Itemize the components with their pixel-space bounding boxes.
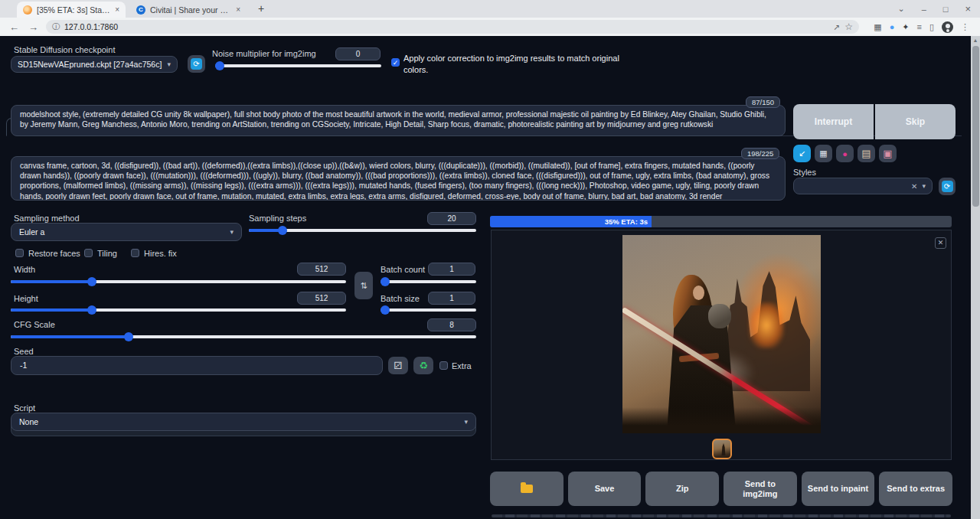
cfg-scale-slider[interactable] — [11, 335, 476, 338]
gallery-thumbnail[interactable] — [712, 439, 732, 459]
slider-knob[interactable] — [215, 61, 224, 70]
window-maximize-icon[interactable]: □ — [943, 5, 949, 14]
save-style-icon[interactable]: ▣ — [879, 145, 897, 162]
scroll-up-icon[interactable]: ▲ — [971, 36, 980, 43]
prompt-textarea[interactable]: modelshoot style, (extremely detailed CG… — [11, 105, 786, 136]
extra-seed-checkbox[interactable] — [439, 361, 448, 370]
styles-dropdown[interactable]: ✕ ▾ — [793, 178, 933, 194]
slider-knob[interactable] — [381, 277, 390, 286]
send-to-inpaint-button[interactable]: Send to inpaint — [802, 472, 875, 506]
save-button[interactable]: Save — [568, 472, 642, 506]
close-image-icon[interactable]: ✕ — [935, 237, 946, 249]
site-info-icon[interactable]: ⓘ — [52, 21, 60, 32]
script-dropdown[interactable]: None ▾ — [11, 413, 476, 431]
share-icon[interactable]: ↗ — [833, 22, 840, 31]
width-slider[interactable] — [11, 280, 346, 283]
slider-knob[interactable] — [278, 226, 287, 235]
checkpoint-refresh-button[interactable]: ⟳ — [188, 55, 205, 73]
forward-icon[interactable]: → — [28, 21, 38, 33]
open-folder-button[interactable] — [490, 472, 564, 506]
tiling-checkbox[interactable] — [84, 249, 93, 257]
reading-list-icon[interactable]: ≡ — [917, 22, 922, 31]
side-panel-icon[interactable]: ▯ — [929, 22, 934, 32]
height-slider[interactable] — [11, 308, 346, 312]
chevron-down-icon: ▾ — [922, 182, 926, 190]
clear-styles-icon[interactable]: ✕ — [911, 182, 917, 191]
sampling-steps-label: Sampling steps — [249, 214, 306, 223]
noise-multiplier-value[interactable]: 0 — [335, 47, 381, 60]
window-close-icon[interactable]: × — [965, 3, 971, 15]
scrollbar-thumb[interactable] — [972, 46, 979, 207]
zip-button[interactable]: Zip — [645, 472, 719, 506]
webui-page: Stable Diffusion checkpoint SD15NewVAEpr… — [0, 36, 972, 519]
refresh-icon: ⟳ — [191, 58, 202, 70]
styles-refresh-button[interactable]: ⟳ — [939, 178, 956, 195]
browser-tab-stable-diffusion[interactable]: [35% ETA: 3s] Stable Diffusion × — [17, 2, 126, 18]
new-tab-button[interactable]: + — [254, 2, 268, 16]
restore-faces-checkbox[interactable] — [15, 249, 24, 257]
extra-networks-palette-icon[interactable]: ● — [836, 145, 854, 162]
send-to-img2img-button[interactable]: Send to img2img — [724, 472, 797, 506]
browser-tab-civitai[interactable]: C Civitai | Share your models × — [130, 2, 247, 18]
batch-size-value[interactable]: 1 — [428, 292, 475, 305]
batch-count-slider[interactable] — [381, 280, 476, 283]
noise-multiplier-slider[interactable] — [215, 64, 381, 67]
batch-count-value[interactable]: 1 — [428, 263, 475, 276]
color-correction-checkbox[interactable]: ✓ — [391, 58, 400, 67]
checkpoint-label: Stable Diffusion checkpoint — [14, 45, 116, 54]
hires-fix-checkbox[interactable] — [131, 249, 139, 257]
folder-icon — [521, 485, 533, 493]
slider-knob[interactable] — [381, 305, 390, 315]
extension-dot-icon[interactable]: ● — [890, 22, 895, 31]
window-minimize-icon[interactable]: – — [922, 5, 926, 14]
slider-knob[interactable] — [87, 277, 96, 286]
profile-avatar[interactable] — [942, 21, 953, 33]
fire-glow — [749, 302, 784, 348]
address-bar[interactable]: ⓘ 127.0.0.1:7860 ↗ ☆ — [46, 20, 859, 34]
sampling-method-dropdown[interactable]: Euler a ▾ — [11, 223, 242, 241]
figure-pauldron — [708, 304, 731, 328]
sampling-steps-value[interactable]: 20 — [427, 212, 476, 225]
restore-faces-label: Restore faces — [28, 249, 80, 258]
batch-size-label: Batch size — [381, 294, 420, 303]
extension-grid-icon[interactable]: ▦ — [874, 22, 881, 32]
skip-button[interactable]: Skip — [875, 104, 956, 139]
page-scrollbar[interactable]: ▲ — [971, 36, 980, 519]
send-to-extras-button[interactable]: Send to extras — [879, 472, 952, 506]
random-seed-dice-button[interactable]: ⚂ — [388, 357, 408, 374]
chevron-down-icon: ▾ — [167, 60, 171, 68]
window-chevron-icon[interactable]: ⌄ — [897, 4, 904, 14]
interrupt-button[interactable]: Interrupt — [793, 104, 874, 139]
checkpoint-dropdown[interactable]: SD15NewVAEpruned.ckpt [27a4ac756c] ▾ — [11, 56, 178, 73]
output-buttons: Save Zip Send to img2img Send to inpaint… — [490, 472, 952, 506]
negative-prompt-textarea[interactable]: canvas frame, cartoon, 3d, ((disfigured)… — [11, 156, 786, 201]
sampling-steps-slider[interactable] — [249, 229, 476, 232]
prompt-token-counter: 87/150 — [746, 96, 780, 108]
slider-knob[interactable] — [87, 305, 96, 315]
tab-close-icon[interactable]: × — [236, 5, 240, 14]
reuse-seed-recycle-button[interactable]: ♻ — [413, 357, 433, 374]
chevron-down-icon: ▾ — [464, 418, 468, 426]
generated-image[interactable] — [622, 235, 821, 433]
progress-fill: 35% ETA: 3s — [490, 216, 652, 227]
bookmark-star-icon[interactable]: ☆ — [844, 21, 853, 32]
sampling-method-label: Sampling method — [14, 214, 80, 223]
seed-input[interactable]: -1 — [11, 356, 383, 375]
paste-params-button[interactable]: ↙ — [793, 145, 811, 162]
batch-size-slider[interactable] — [381, 308, 476, 312]
width-value[interactable]: 512 — [297, 263, 346, 276]
clear-prompt-trash-icon[interactable]: ▦ — [815, 145, 832, 162]
hires-fix-label: Hires. fix — [144, 249, 177, 258]
back-icon[interactable]: ← — [9, 21, 19, 33]
tiling-label: Tiling — [97, 249, 117, 258]
swap-dimensions-button[interactable]: ⇅ — [354, 272, 373, 299]
slider-knob[interactable] — [124, 332, 133, 341]
extensions-puzzle-icon[interactable]: ✦ — [902, 22, 909, 32]
checkpoint-value: SD15NewVAEpruned.ckpt [27a4ac756c] — [18, 60, 162, 69]
apply-style-clipboard-icon[interactable]: ▤ — [858, 145, 875, 162]
browser-tabstrip: [35% ETA: 3s] Stable Diffusion × C Civit… — [0, 0, 980, 18]
height-value[interactable]: 512 — [297, 292, 346, 305]
tab-close-icon[interactable]: × — [115, 5, 119, 14]
menu-kebab-icon[interactable]: ⋮ — [961, 22, 969, 32]
cfg-scale-value[interactable]: 8 — [427, 318, 476, 331]
